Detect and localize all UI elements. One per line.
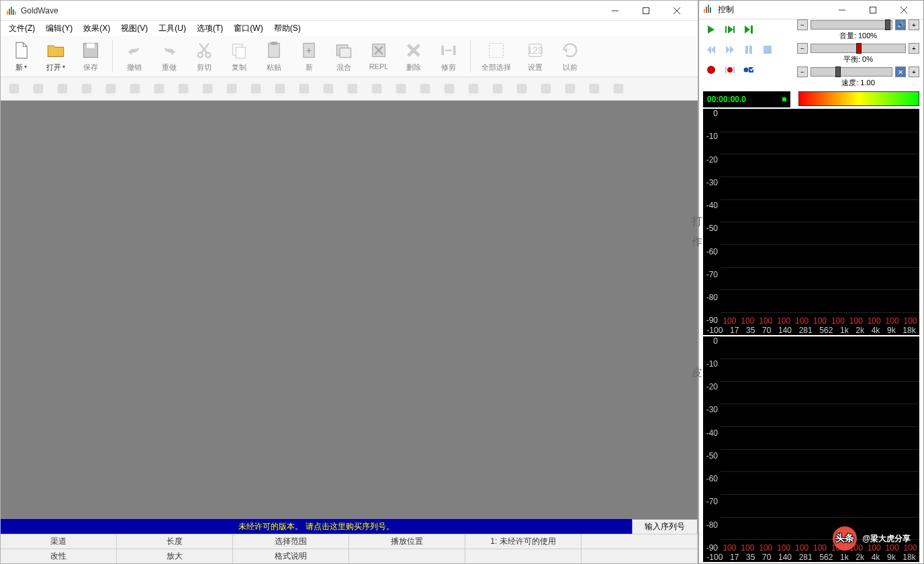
balance-dec-button[interactable]: − (797, 43, 808, 54)
toolbar-paste-new: +新 (291, 37, 326, 75)
toolbar-file-new[interactable]: 新▾ (3, 37, 38, 75)
license-message[interactable]: 未经许可的版本。 请点击这里购买序列号。 (1, 521, 632, 532)
menu-0[interactable]: 文件(Z) (3, 21, 40, 36)
redo-icon (158, 40, 180, 61)
effect-vol-m-button (534, 79, 558, 99)
speed-slider[interactable] (811, 67, 892, 77)
menu-7[interactable]: 帮助(S) (269, 21, 306, 36)
close-button[interactable] (661, 1, 692, 20)
forward-button[interactable] (722, 42, 738, 57)
copy-icon (228, 40, 250, 61)
effect-updown-button (26, 79, 50, 99)
pause-button[interactable] (741, 42, 757, 57)
svg-marker-78 (730, 46, 734, 54)
svg-rect-43 (203, 84, 213, 94)
svg-rect-16 (236, 47, 245, 58)
menu-1[interactable]: 编辑(Y) (40, 21, 78, 36)
svg-rect-85 (733, 66, 735, 73)
toolbar-redo: 重做 (152, 37, 187, 75)
speed-inc-button[interactable]: + (909, 66, 919, 77)
titlebar: GoldWave (1, 1, 698, 21)
record-selection-button[interactable] (722, 62, 738, 77)
menu-3[interactable]: 视图(V) (116, 21, 153, 36)
effect-ball-button (50, 79, 75, 99)
effect-arrow-r-button (99, 79, 123, 99)
volume-label: 音量: 100% (793, 30, 923, 43)
effect-vol-0-button (582, 79, 606, 99)
status1-cell-2: 选择范围 (233, 534, 349, 549)
svg-rect-36 (34, 84, 44, 94)
status1-cell-1: 长度 (117, 534, 233, 549)
svg-rect-45 (251, 84, 261, 94)
svg-point-82 (707, 66, 715, 74)
menu-6[interactable]: 窗口(W) (228, 21, 268, 36)
balance-slider-row: − + (793, 43, 923, 54)
maximize-button[interactable] (631, 1, 661, 20)
svg-marker-75 (707, 46, 711, 54)
svg-rect-56 (517, 84, 527, 94)
svg-rect-79 (745, 46, 748, 54)
svg-point-86 (744, 68, 749, 73)
svg-rect-6 (643, 7, 649, 13)
minimize-button[interactable] (600, 1, 631, 20)
app-icon (6, 5, 17, 16)
window-title: GoldWave (21, 6, 600, 15)
play-selection-button[interactable] (722, 22, 738, 37)
balance-slider[interactable] (811, 44, 906, 53)
svg-rect-18 (271, 42, 277, 45)
stop-button[interactable] (759, 42, 776, 57)
paste-new-icon: + (298, 40, 320, 61)
svg-rect-54 (469, 84, 479, 94)
menubar: 文件(Z)编辑(Y)效果(X)视图(V)工具(U)选项(T)窗口(W)帮助(S) (1, 21, 698, 36)
menu-5[interactable]: 选项(T) (191, 21, 228, 36)
volume-inc-button[interactable]: + (909, 19, 919, 30)
balance-inc-button[interactable]: + (909, 43, 919, 54)
speed-dec-button[interactable]: − (797, 66, 808, 77)
speed-reset-icon[interactable]: ✕ (895, 66, 906, 77)
rewind-button[interactable] (703, 42, 719, 57)
effect-vol-1-button (606, 79, 631, 99)
status2-cell-5 (582, 549, 698, 563)
ctrl-minimize-button[interactable] (827, 1, 858, 19)
svg-rect-70 (725, 26, 727, 33)
ctrl-close-button[interactable] (888, 1, 919, 19)
effect-record-button (2, 79, 26, 99)
effect-arrow-rr-button (244, 79, 268, 99)
ctrl-maximize-button[interactable] (858, 1, 888, 19)
svg-rect-48 (324, 84, 334, 94)
goldwave-main-window: GoldWave 文件(Z)编辑(Y)效果(X)视图(V)工具(U)选项(T)窗… (0, 0, 698, 564)
toolbar-folder-open[interactable]: 打开▾ (38, 37, 73, 75)
svg-rect-3 (13, 9, 14, 15)
replace-icon (368, 40, 389, 61)
volume-slider[interactable] (811, 20, 892, 30)
bg-char-1: 打 (692, 215, 702, 229)
svg-rect-22 (340, 48, 351, 58)
effect-car2-button (461, 79, 486, 99)
effect-barrel-button (365, 79, 389, 99)
mix-icon (333, 40, 355, 61)
svg-rect-53 (445, 84, 455, 94)
svg-rect-10 (87, 44, 95, 48)
loop-toggle[interactable] (741, 62, 757, 77)
svg-rect-17 (269, 44, 279, 58)
volume-dec-button[interactable]: − (797, 19, 808, 30)
effect-u-turn-button (147, 79, 171, 99)
status1-cell-0: 渠道 (1, 534, 117, 549)
balance-label: 平衡: 0% (793, 54, 923, 66)
volume-mute-icon[interactable]: 🔊 (895, 19, 906, 30)
svg-rect-74 (751, 26, 753, 34)
svg-rect-59 (590, 84, 600, 94)
svg-rect-31 (490, 44, 504, 58)
toolbar-mix: 混合 (326, 37, 361, 75)
watermark-author: @梁大虎分享 (862, 533, 911, 545)
control-titlebar: 控制 (699, 1, 923, 19)
play-button[interactable] (703, 22, 719, 37)
svg-rect-83 (725, 66, 727, 73)
record-button[interactable] (703, 62, 719, 77)
menu-2[interactable]: 效果(X) (78, 21, 116, 36)
effect-gear-button (171, 79, 195, 99)
menu-4[interactable]: 工具(U) (153, 21, 191, 36)
effect-stack-button (340, 79, 365, 99)
play-end-button[interactable] (741, 22, 757, 37)
enter-serial-button[interactable]: 输入序列号 (632, 519, 698, 534)
